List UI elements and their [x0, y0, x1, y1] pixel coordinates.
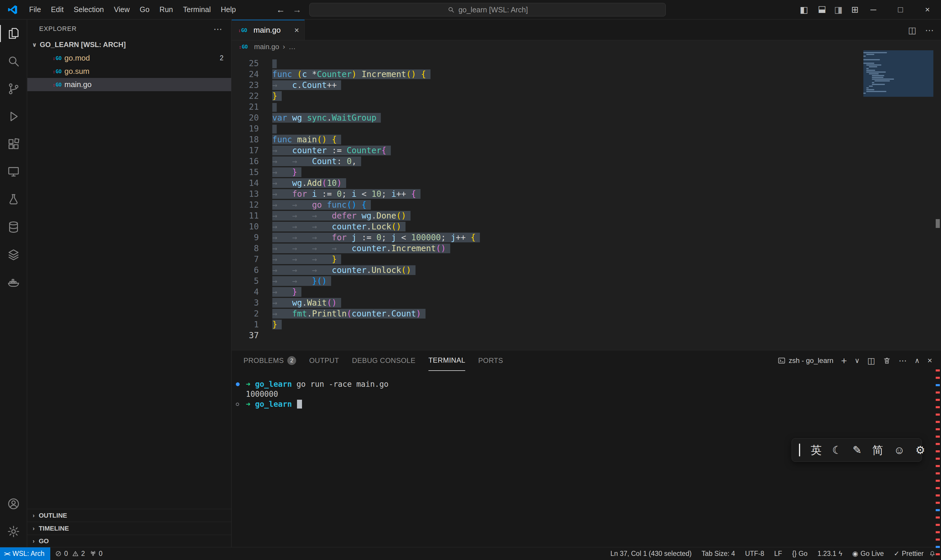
breadcrumb[interactable]: :GO main.go › … — [232, 40, 941, 53]
code-line[interactable]: 13→ for i := 0; i < 10; i++ { — [232, 189, 941, 199]
code-line[interactable]: 7→ → → } — [232, 254, 941, 265]
remote-indicator[interactable]: >< WSL: Arch — [0, 547, 50, 560]
tab-close-icon[interactable]: × — [294, 26, 299, 35]
activity-testing[interactable] — [0, 186, 27, 213]
code-line[interactable]: 20var wg sync.WaitGroup — [232, 112, 941, 123]
status-lf[interactable]: LF — [774, 550, 782, 558]
ime-item-2[interactable]: ✎ — [852, 445, 862, 455]
code-line[interactable]: 5→ → }() — [232, 275, 941, 286]
code-line[interactable]: 11→ → → defer wg.Done() — [232, 210, 941, 221]
activity-docker[interactable] — [0, 269, 27, 296]
code-line[interactable]: 12→ → go func() { — [232, 199, 941, 210]
activity-extensions[interactable] — [0, 130, 27, 158]
activity-accounts[interactable] — [0, 490, 27, 518]
explorer-root-folder[interactable]: ∨ GO_LEARN [WSL: ARCH] — [27, 38, 231, 51]
code-line[interactable]: 37 — [232, 330, 941, 341]
code-line[interactable]: 4→ } — [232, 286, 941, 297]
code-line[interactable]: 9→ → → for j := 0; j < 100000; j++ { — [232, 232, 941, 243]
code-line[interactable]: 14→ wg.Add(10) — [232, 178, 941, 189]
code-line[interactable]: 6→ → → counter.Unlock() — [232, 265, 941, 275]
ime-item-3[interactable]: 简 — [872, 445, 883, 455]
section-timeline[interactable]: ›TIMELINE — [27, 522, 231, 535]
ime-item-0[interactable]: 英 — [811, 445, 822, 455]
code-line[interactable]: 2→ fmt.Println(counter.Count) — [232, 308, 941, 319]
code-line[interactable]: 24func (c *Counter) Increment() { — [232, 69, 941, 80]
activity-layers[interactable] — [0, 241, 27, 269]
kill-terminal-trash-icon[interactable] — [883, 357, 891, 365]
toggle-primary-sidebar-icon[interactable]: ◧ — [800, 5, 808, 15]
status-1-23-1[interactable]: 1.23.1ϟ — [818, 550, 842, 558]
code-line[interactable]: 3→ wg.Wait() — [232, 297, 941, 308]
terminal-line[interactable]: ➜ go_learn go run -race main.go — [236, 379, 941, 389]
panel-tab-terminal[interactable]: TERMINAL — [429, 350, 465, 371]
code-line[interactable]: 23→ c.Count++ — [232, 80, 941, 91]
code-line[interactable]: 1} — [232, 319, 941, 330]
activity-explorer[interactable] — [0, 20, 27, 47]
menu-go[interactable]: Go — [135, 3, 154, 15]
menu-selection[interactable]: Selection — [69, 3, 109, 15]
maximize-panel-icon[interactable]: ∧ — [915, 357, 920, 365]
code-line[interactable]: 18func main() { — [232, 134, 941, 145]
minimap[interactable] — [863, 50, 933, 97]
ime-item-4[interactable]: ☺ — [894, 445, 905, 455]
bell-icon[interactable] — [929, 550, 936, 557]
menu-file[interactable]: File — [24, 3, 46, 15]
activity-settings[interactable] — [0, 518, 27, 545]
terminal-output[interactable]: ➜ go_learn go run -race main.go1000000➜ … — [232, 371, 941, 409]
code-line[interactable]: 10→ → → counter.Lock() — [232, 221, 941, 232]
status-go[interactable]: {} Go — [792, 550, 807, 558]
sidebar-more-icon[interactable]: ⋯ — [214, 24, 222, 34]
code-line[interactable]: 15→ } — [232, 167, 941, 178]
status-utf-8[interactable]: UTF-8 — [745, 550, 764, 558]
tab-main-go[interactable]: :GO main.go × — [232, 20, 304, 40]
terminal-line[interactable]: 1000000 — [236, 389, 941, 399]
menu-run[interactable]: Run — [154, 3, 178, 15]
code-line[interactable]: 8→ → → → counter.Increment() — [232, 243, 941, 254]
file-main.go[interactable]: :GOmain.go — [27, 78, 231, 91]
file-go.mod[interactable]: :GOgo.mod2 — [27, 51, 231, 65]
customize-layout-icon[interactable]: ⊞ — [851, 5, 859, 15]
status-tab-size-4[interactable]: Tab Size: 4 — [702, 550, 735, 558]
menu-terminal[interactable]: Terminal — [178, 3, 215, 15]
close-panel-icon[interactable]: × — [927, 356, 932, 365]
activity-remote-explorer[interactable] — [0, 158, 27, 186]
panel-tab-debug-console[interactable]: DEBUG CONSOLE — [352, 350, 415, 371]
code-line[interactable]: 25 — [232, 58, 941, 69]
terminal-dropdown-icon[interactable]: ∨ — [855, 357, 860, 365]
code-line[interactable]: 19 — [232, 123, 941, 134]
panel-more-icon[interactable]: ⋯ — [899, 356, 907, 366]
section-outline[interactable]: ›OUTLINE — [27, 509, 231, 522]
status-prettier[interactable]: ✓Prettier — [894, 550, 924, 558]
breadcrumb-file[interactable]: main.go — [254, 43, 279, 51]
nav-back-icon[interactable]: ← — [276, 5, 285, 15]
panel-tab-output[interactable]: OUTPUT — [309, 350, 339, 371]
activity-database[interactable] — [0, 213, 27, 241]
new-terminal-icon[interactable]: + — [841, 355, 847, 366]
maximize-button[interactable]: □ — [887, 0, 914, 19]
ports-status[interactable]: 0 — [90, 550, 103, 558]
status-go-live[interactable]: ◉Go Live — [852, 550, 884, 558]
code-line[interactable]: 16→ → Count: 0, — [232, 156, 941, 167]
file-go.sum[interactable]: :GOgo.sum — [27, 65, 231, 78]
code-editor[interactable]: 2524func (c *Counter) Increment() {23→ c… — [232, 53, 941, 350]
nav-forward-icon[interactable]: → — [292, 5, 301, 15]
code-line[interactable]: 17→ counter := Counter{ — [232, 145, 941, 156]
menu-edit[interactable]: Edit — [46, 3, 69, 15]
toggle-panel-icon[interactable]: ◧ — [816, 5, 826, 14]
activity-search[interactable] — [0, 47, 27, 75]
activity-source-control[interactable] — [0, 75, 27, 103]
code-line[interactable]: 22} — [232, 91, 941, 102]
editor-more-icon[interactable]: ⋯ — [925, 25, 934, 35]
ime-item-5[interactable]: ⚙ — [915, 445, 925, 455]
breadcrumb-more[interactable]: … — [289, 43, 295, 51]
status-ln-37-col-1-430-selected[interactable]: Ln 37, Col 1 (430 selected) — [610, 550, 692, 558]
code-line[interactable]: 21 — [232, 102, 941, 112]
problems-status[interactable]: 0 2 — [55, 550, 85, 558]
terminal-line[interactable]: ➜ go_learn — [236, 399, 941, 409]
split-terminal-icon[interactable]: ◫ — [867, 356, 875, 366]
activity-run-debug[interactable] — [0, 103, 27, 130]
minimize-button[interactable]: ─ — [860, 0, 887, 19]
toggle-secondary-sidebar-icon[interactable]: ◨ — [834, 5, 843, 15]
terminal-selector[interactable]: zsh - go_learn — [778, 357, 833, 365]
split-editor-icon[interactable]: ◫ — [908, 25, 916, 35]
